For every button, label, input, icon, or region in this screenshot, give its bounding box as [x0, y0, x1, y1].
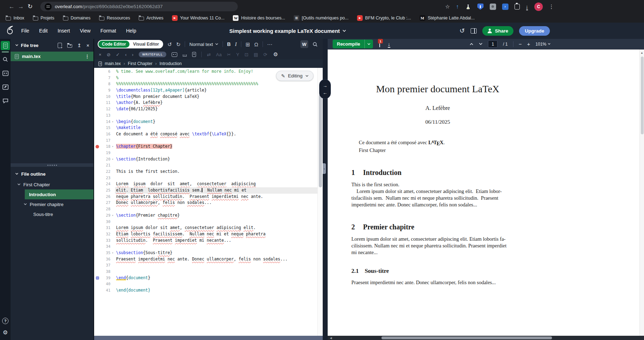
chevron-down-icon[interactable]: [17, 183, 21, 186]
code-text[interactable]: [115, 162, 317, 169]
bookmark-item[interactable]: Inbox: [6, 16, 24, 20]
editor-scrollbar[interactable]: [317, 68, 323, 336]
code-line-35[interactable]: 35▾\subsection{Sous-titre}: [94, 250, 317, 256]
insert-symbol-icon[interactable]: Ω: [254, 42, 258, 47]
page-number-input[interactable]: 1: [488, 40, 498, 48]
new-file-icon[interactable]: [58, 43, 62, 48]
menu-insert[interactable]: Insert: [58, 28, 70, 34]
editing-mode-badge[interactable]: ✎ Editing: [276, 71, 314, 81]
code-line-16[interactable]: 16Ce document a été composé avec \textbf…: [94, 131, 317, 137]
code-line-34[interactable]: 34: [94, 244, 317, 250]
outline-item-premier-chapitre[interactable]: Premier chapitre: [11, 199, 93, 209]
code-line-12[interactable]: 12\date{06/11/2025}: [94, 106, 317, 112]
collapse-handle-icon[interactable]: ‹: [323, 163, 326, 174]
history-icon[interactable]: ↺: [460, 28, 465, 34]
split-divider[interactable]: → ← ‹: [323, 39, 328, 340]
redo-icon[interactable]: ↻: [176, 42, 181, 47]
share-button[interactable]: Share: [482, 26, 514, 36]
extension-blue-icon[interactable]: ›: [502, 4, 508, 10]
outline-item-sous-titre[interactable]: Sous-titre: [11, 209, 93, 219]
writefull-badge[interactable]: WRITEFULL: [139, 52, 166, 57]
code-editor-toggle[interactable]: Code Editor: [98, 41, 130, 48]
code-editor-area[interactable]: 6% time. See www.overleaf.com/learn for …: [94, 68, 323, 336]
code-line-28[interactable]: 28: [94, 206, 317, 212]
code-text[interactable]: [115, 112, 317, 119]
editor-horizontal-scrollbar[interactable]: [94, 336, 323, 340]
bookmark-item[interactable]: ▶BFM Crypto, le Club :...: [357, 15, 411, 21]
accept-icon[interactable]: ✓: [116, 52, 120, 57]
undo-icon[interactable]: ↺: [167, 42, 172, 47]
paraphrase-icon[interactable]: ⇄: [207, 52, 211, 57]
pdf-scrollbar-thumb[interactable]: [641, 57, 644, 134]
bookmark-item[interactable]: WHistoire des bourses...: [233, 15, 285, 21]
recompile-button[interactable]: Recompile: [333, 40, 373, 48]
code-line-9[interactable]: 9\documentclass[12pt,a4paper]{article}: [94, 87, 317, 94]
bookmark-item[interactable]: Archives: [139, 16, 163, 20]
code-line-10[interactable]: 10\title{Mon premier document LaTeX}: [94, 94, 317, 100]
rail-code-check-item[interactable]: [1, 69, 10, 78]
pdf-scrollbar[interactable]: ▲: [639, 49, 644, 336]
visual-editor-toggle[interactable]: Visual Editor: [130, 41, 162, 48]
extension-shield-icon[interactable]: [477, 4, 484, 10]
code-text[interactable]: Etiam lobortis facilisissem. Nullam nec …: [115, 231, 317, 238]
code-text[interactable]: \section{Premier chapitre}: [115, 212, 317, 219]
code-line-38[interactable]: 38: [94, 269, 317, 275]
fold-arrow-icon[interactable]: ▾: [110, 143, 115, 150]
panel-resizer[interactable]: [11, 163, 93, 167]
profile-avatar[interactable]: C: [534, 2, 543, 11]
paragraph-style-dropdown[interactable]: Normal text: [189, 42, 218, 47]
code-text[interactable]: \maketitle: [115, 125, 317, 131]
code-line-20[interactable]: 20▾\section{Introduction}: [94, 156, 317, 163]
writefull-settings-icon[interactable]: ⚙: [273, 51, 278, 58]
editor-search-icon[interactable]: [312, 42, 318, 47]
pdf-hscrollbar-thumb[interactable]: [381, 336, 552, 339]
code-line-40[interactable]: 40: [94, 281, 317, 287]
editor-mode-switch[interactable]: Code Editor Visual Editor: [98, 40, 163, 48]
block-icon[interactable]: ⊘: [107, 52, 111, 57]
fold-arrow-icon[interactable]: ▾: [110, 212, 115, 219]
close-panel-icon[interactable]: ×: [86, 43, 89, 48]
breadcrumb-segment[interactable]: Introduction: [160, 61, 182, 66]
code-text[interactable]: [115, 244, 317, 250]
bookmark-item[interactable]: ≣[Outils numériques po...: [294, 15, 349, 21]
code-text[interactable]: \date{06/11/2025}: [115, 106, 317, 112]
code-text[interactable]: Lorem ipsum dolor sit amet, consectetuer…: [115, 181, 317, 187]
code-lines[interactable]: 6% time. See www.overleaf.com/learn for …: [94, 68, 317, 336]
code-text[interactable]: [115, 262, 317, 269]
prev-suggestion-icon[interactable]: ‹: [125, 52, 126, 57]
code-line-25[interactable]: 25elit. Etiam lobortisfacilisis sem. Nul…: [94, 187, 317, 194]
code-text[interactable]: [115, 219, 317, 225]
code-text[interactable]: \subsection{Sous-titre}: [115, 250, 317, 256]
code-text[interactable]: \documentclass[12pt,a4paper]{article}: [115, 87, 317, 94]
bookmark-item[interactable]: Projets: [33, 16, 54, 20]
expand-left-icon[interactable]: ←: [323, 90, 327, 95]
code-line-32[interactable]: 32Etiam lobortis facilisissem. Nullam ne…: [94, 231, 317, 238]
help-icon[interactable]: ?: [2, 318, 8, 324]
pdf-viewer[interactable]: Mon premier document LaTeXA. Lefèbre06/1…: [328, 49, 644, 336]
upgrade-button[interactable]: Upgrade: [519, 26, 550, 36]
browser-forward-button[interactable]: →: [16, 3, 25, 10]
bookmark-item[interactable]: MStéphanie Latte Abdal...: [420, 15, 475, 21]
code-line-30[interactable]: 30: [94, 219, 317, 225]
rail-search-item[interactable]: [1, 55, 10, 64]
rail-file-tree-item[interactable]: [1, 41, 10, 50]
zoom-level-dropdown[interactable]: 101%: [535, 42, 551, 47]
code-line-24[interactable]: 24Lorem ipsum dolor sit amet, consectetu…: [94, 181, 317, 187]
code-line-39[interactable]: 39\end{document}: [94, 275, 317, 281]
rerun-icon[interactable]: ⟳: [263, 52, 267, 57]
breadcrumb-segment[interactable]: main.tex: [105, 61, 121, 66]
translate-icon[interactable]: Aa: [216, 52, 222, 57]
menu-file[interactable]: File: [21, 28, 29, 34]
code-text[interactable]: [115, 137, 317, 144]
bookmark-star-icon[interactable]: ☆: [445, 4, 450, 9]
code-text[interactable]: [115, 281, 317, 287]
page-down-icon[interactable]: [479, 43, 483, 45]
code-line-26[interactable]: 26neque pharetra sollicitudin. Praesent …: [94, 194, 317, 200]
logs-button[interactable]: 1: [379, 41, 380, 47]
address-bar[interactable]: overleaf.com/project/690cb8dd2e0be516200…: [40, 2, 238, 11]
code-line-15[interactable]: 15\maketitle: [94, 125, 317, 131]
next-suggestion-icon[interactable]: ›: [132, 52, 133, 57]
code-text[interactable]: Donec ullamcorper, felis non sodales...: [115, 200, 317, 206]
pdf-horizontal-scrollbar[interactable]: ◀: [328, 336, 644, 340]
fold-arrow-icon[interactable]: ▾: [110, 119, 115, 125]
